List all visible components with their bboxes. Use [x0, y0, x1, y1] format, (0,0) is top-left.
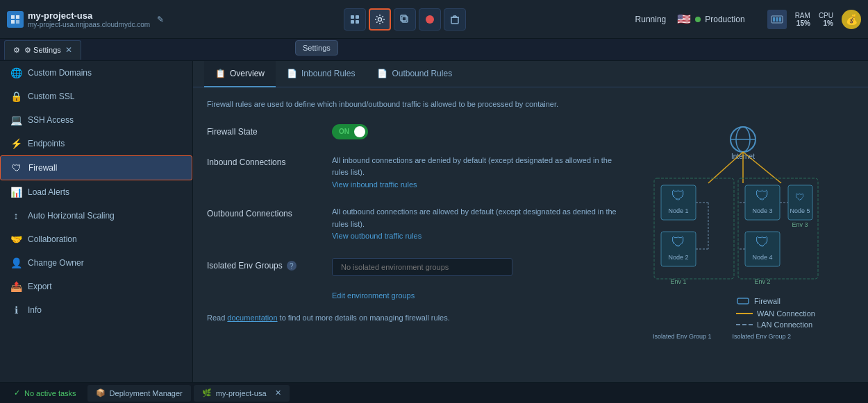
svg-point-8: [378, 17, 382, 21]
deployment-manager-tab[interactable]: 📦 Deployment Manager: [87, 385, 191, 402]
help-icon[interactable]: ?: [287, 261, 297, 271]
outbound-tab-label: Outbound Rules: [392, 69, 452, 78]
auto-scaling-icon: ↕: [10, 209, 22, 222]
svg-text:Node 5: Node 5: [790, 207, 810, 214]
firewall-toggle[interactable]: ON: [332, 124, 368, 139]
overview-tab-label: Overview: [230, 69, 265, 78]
svg-rect-9: [402, 17, 408, 22]
info-icon: ℹ: [10, 304, 22, 316]
firewall-icon: 🛡: [10, 162, 23, 174]
group1-label: Isolated Env Group 1: [653, 333, 712, 340]
ssh-icon: 💻: [10, 114, 22, 126]
delete-button[interactable]: [444, 8, 466, 31]
sidebar-item-ssh-access[interactable]: 💻 SSH Access: [0, 108, 192, 132]
sidebar-item-endpoints[interactable]: ⚡ Endpoints: [0, 132, 192, 155]
wan-legend: WAN Connection: [736, 309, 854, 318]
sidebar-item-export[interactable]: 📤 Export: [0, 275, 192, 298]
read-docs-suffix: to find out more details on managing fir…: [278, 314, 450, 322]
firewall-legend-label: Firewall: [754, 297, 781, 305]
check-icon: ✓: [14, 388, 20, 397]
tab-outbound-rules[interactable]: 📄 Outbound Rules: [366, 61, 463, 87]
svg-rect-12: [451, 17, 458, 24]
firewall-grid: Firewall State ON Inbound Connections: [207, 124, 854, 340]
main-layout: 🌐 Custom Domains 🔒 Custom SSL 💻 SSH Acce…: [0, 61, 868, 382]
svg-text:Node 4: Node 4: [752, 254, 772, 261]
isolated-env-input[interactable]: [332, 258, 512, 276]
sidebar-item-label: Custom SSL: [28, 92, 74, 101]
project-tab-close[interactable]: ✕: [275, 388, 281, 397]
toggle-text: ON: [339, 126, 349, 137]
app-title: my-project-usa my-project-usa.nnjpaas.cl…: [28, 10, 150, 28]
load-alerts-icon: 📊: [10, 186, 22, 198]
sidebar-item-custom-domains[interactable]: 🌐 Custom Domains: [0, 61, 192, 85]
status-dot: [695, 17, 701, 22]
firewall-fields: Firewall State ON Inbound Connections: [207, 124, 625, 340]
sidebar-item-info[interactable]: ℹ Info: [0, 298, 192, 322]
isolated-env-label: Isolated Env Groups ?: [207, 258, 332, 271]
sidebar-item-label: Change Owner: [28, 258, 84, 268]
settings-tooltip: Settings: [295, 40, 338, 55]
running-status: Running: [635, 15, 667, 24]
svg-text:Env 3: Env 3: [792, 221, 808, 228]
sidebar-item-auto-scaling[interactable]: ↕ Auto Horizontal Scaling: [0, 204, 192, 228]
inbound-text: All inbound connections are denied by de…: [332, 156, 612, 177]
settings-button[interactable]: [369, 8, 391, 31]
ram-icon: [767, 10, 787, 29]
edit-env-groups-link[interactable]: Edit environment groups: [332, 291, 625, 300]
description-text: Firewall rules are used to define which …: [207, 98, 854, 110]
svg-rect-19: [776, 17, 778, 22]
sidebar-item-firewall[interactable]: 🛡 Firewall: [0, 155, 192, 180]
svg-text:🛡: 🛡: [671, 188, 685, 203]
topbar: my-project-usa my-project-usa.nnjpaas.cl…: [0, 0, 868, 39]
project-tab[interactable]: 🌿 my-project-usa ✕: [194, 385, 290, 402]
project-tab-label: my-project-usa: [216, 389, 267, 397]
isolated-env-value: [332, 258, 625, 276]
diagram-legend: Firewall WAN Connection LAN Connection: [736, 295, 854, 329]
content-body: Firewall rules are used to define which …: [193, 87, 868, 351]
prod-label: Production: [705, 15, 744, 24]
inbound-link[interactable]: View inbound traffic rules: [332, 180, 417, 189]
edit-icon[interactable]: ✎: [157, 15, 164, 24]
sidebar-item-custom-ssl[interactable]: 🔒 Custom SSL: [0, 85, 192, 108]
endpoints-icon: ⚡: [10, 137, 22, 150]
toggle-dot: [354, 126, 365, 137]
sidebar-item-label: Auto Horizontal Scaling: [28, 211, 115, 221]
svg-rect-10: [401, 15, 406, 21]
sidebar-item-label: Load Alerts: [28, 187, 69, 197]
coin-icon[interactable]: 💰: [842, 10, 861, 29]
tab-inbound-rules[interactable]: 📄 Inbound Rules: [276, 61, 366, 87]
sidebar-item-collaboration[interactable]: 🤝 Collaboration: [0, 228, 192, 251]
svg-rect-20: [779, 17, 781, 22]
sidebar-item-label: Endpoints: [28, 139, 65, 148]
svg-rect-5: [356, 15, 359, 19]
svg-text:Node 2: Node 2: [668, 254, 688, 261]
sidebar-item-load-alerts[interactable]: 📊 Load Alerts: [0, 180, 192, 204]
documentation-link[interactable]: documentation: [227, 314, 277, 322]
inbound-connections-row: Inbound Connections All inbound connecti…: [207, 155, 625, 191]
ram-label: RAM: [795, 12, 810, 19]
deployment-icon: 📦: [96, 388, 106, 397]
overview-tab-icon: 📋: [215, 69, 226, 78]
outbound-connections-label: Outbound Connections: [207, 206, 332, 218]
stop-button[interactable]: [419, 8, 441, 31]
read-docs-prefix: Read: [207, 314, 227, 322]
topology-button[interactable]: [344, 8, 366, 31]
settings-tab-icon: ⚙: [13, 46, 20, 55]
svg-text:🛡: 🛡: [795, 191, 805, 203]
svg-text:🛡: 🛡: [756, 188, 769, 203]
clone-button[interactable]: [394, 8, 416, 31]
svg-rect-4: [351, 15, 354, 19]
cpu-label: CPU: [819, 12, 833, 19]
flag-icon: 🇺🇸: [677, 12, 691, 26]
sidebar-item-change-owner[interactable]: 👤 Change Owner: [0, 251, 192, 275]
outbound-link[interactable]: View outbound traffic rules: [332, 232, 422, 240]
isolated-env-row: Isolated Env Groups ?: [207, 258, 625, 276]
no-active-tasks: ✓ No active tasks: [6, 385, 85, 402]
svg-text:Env 1: Env 1: [670, 278, 686, 285]
settings-tab-close[interactable]: ✕: [65, 45, 72, 55]
settings-tab[interactable]: ⚙ ⚙ Settings ✕: [4, 40, 81, 60]
content-tabs: 📋 Overview 📄 Inbound Rules 📄 Outbound Ru…: [193, 61, 868, 87]
app-name: my-project-usa: [28, 10, 150, 21]
tab-overview[interactable]: 📋 Overview: [204, 61, 276, 87]
cpu-metric: CPU 1%: [819, 12, 833, 27]
